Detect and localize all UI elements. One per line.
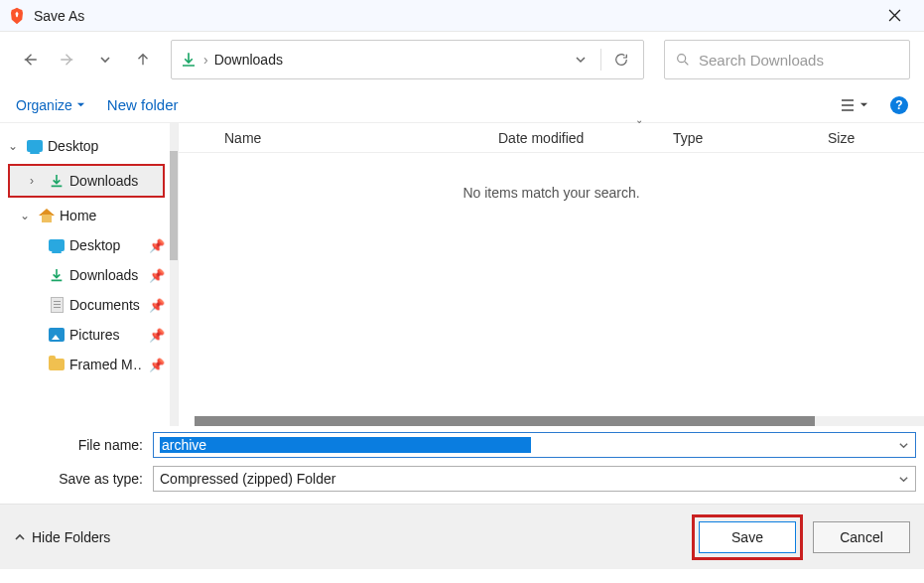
sidebar-scrollbar[interactable]	[170, 123, 178, 426]
tree-desktop[interactable]: ⌄ Desktop	[0, 131, 171, 161]
folder-icon	[48, 356, 66, 373]
save-as-type-value: Compressed (zipped) Folder	[160, 471, 898, 487]
pin-icon: 📌	[149, 358, 171, 372]
downloads-icon	[48, 266, 66, 284]
tree-home-downloads[interactable]: Downloads 📌	[0, 260, 171, 290]
document-icon	[48, 296, 66, 314]
chevron-down-icon[interactable]	[898, 474, 909, 485]
address-bar[interactable]: › Downloads	[171, 40, 644, 79]
filename-label: File name:	[8, 437, 147, 453]
refresh-button[interactable]	[607, 41, 635, 78]
view-menu[interactable]	[840, 98, 868, 112]
desktop-icon	[48, 236, 66, 254]
pin-icon: 📌	[149, 328, 171, 343]
filename-value: archive	[160, 437, 531, 453]
organize-menu[interactable]: Organize	[16, 97, 85, 113]
search-icon	[675, 52, 691, 68]
filename-history-dropdown[interactable]	[898, 440, 909, 451]
pin-icon: 📌	[149, 238, 171, 253]
nav-up-button[interactable]	[127, 44, 159, 75]
empty-folder-message: No items match your search.	[179, 153, 924, 426]
column-header-row: Name Date modified ⌄ Type Size	[179, 123, 924, 153]
chevron-right-icon[interactable]: ›	[30, 174, 44, 188]
filename-input[interactable]: archive	[153, 432, 916, 458]
tree-home-desktop[interactable]: Desktop 📌	[0, 230, 171, 260]
breadcrumb-separator: ›	[203, 52, 208, 68]
column-name[interactable]: Name	[179, 123, 486, 152]
chevron-down-icon[interactable]: ⌄	[20, 209, 34, 222]
desktop-icon	[26, 137, 44, 155]
nav-forward-button[interactable]	[52, 44, 83, 75]
close-button[interactable]	[872, 0, 916, 31]
home-icon	[38, 207, 56, 224]
breadcrumb-current[interactable]: Downloads	[214, 52, 561, 68]
search-input[interactable]	[699, 52, 899, 69]
tree-home[interactable]: ⌄ Home	[0, 201, 171, 230]
svg-point-0	[678, 55, 686, 63]
brave-app-icon	[8, 7, 26, 25]
pin-icon: 📌	[149, 298, 171, 313]
save-as-type-label: Save as type:	[8, 471, 147, 487]
new-folder-button[interactable]: New folder	[107, 96, 179, 113]
save-as-type-select[interactable]: Compressed (zipped) Folder	[153, 466, 916, 492]
nav-recent-dropdown[interactable]	[89, 44, 121, 75]
pictures-icon	[48, 326, 66, 344]
chevron-down-icon	[76, 100, 85, 109]
search-box[interactable]	[664, 40, 910, 79]
tree-home-pictures[interactable]: Pictures 📌	[0, 320, 171, 350]
column-date[interactable]: Date modified ⌄	[486, 123, 661, 152]
save-button[interactable]: Save	[699, 521, 796, 553]
downloads-folder-icon	[180, 51, 198, 69]
downloads-icon	[48, 172, 66, 190]
chevron-up-icon	[14, 531, 26, 543]
tree-downloads-highlighted[interactable]: › Downloads	[10, 166, 163, 196]
column-size[interactable]: Size	[816, 123, 924, 152]
chevron-down-icon[interactable]: ⌄	[8, 139, 22, 153]
cancel-button[interactable]: Cancel	[813, 521, 910, 553]
sort-indicator-icon: ⌄	[635, 114, 643, 125]
folder-tree: ⌄ Desktop › Downloads ⌄ Home	[0, 123, 179, 426]
hide-folders-toggle[interactable]: Hide Folders	[14, 529, 110, 545]
help-button[interactable]: ?	[890, 96, 908, 114]
column-type[interactable]: Type	[661, 123, 816, 152]
pin-icon: 📌	[149, 268, 171, 283]
window-title: Save As	[34, 8, 872, 24]
address-dropdown[interactable]	[567, 41, 594, 78]
nav-back-button[interactable]	[14, 44, 46, 75]
tree-home-documents[interactable]: Documents 📌	[0, 290, 171, 320]
tree-home-framed[interactable]: Framed M… 📌	[0, 350, 171, 379]
horizontal-scrollbar[interactable]	[195, 416, 924, 426]
